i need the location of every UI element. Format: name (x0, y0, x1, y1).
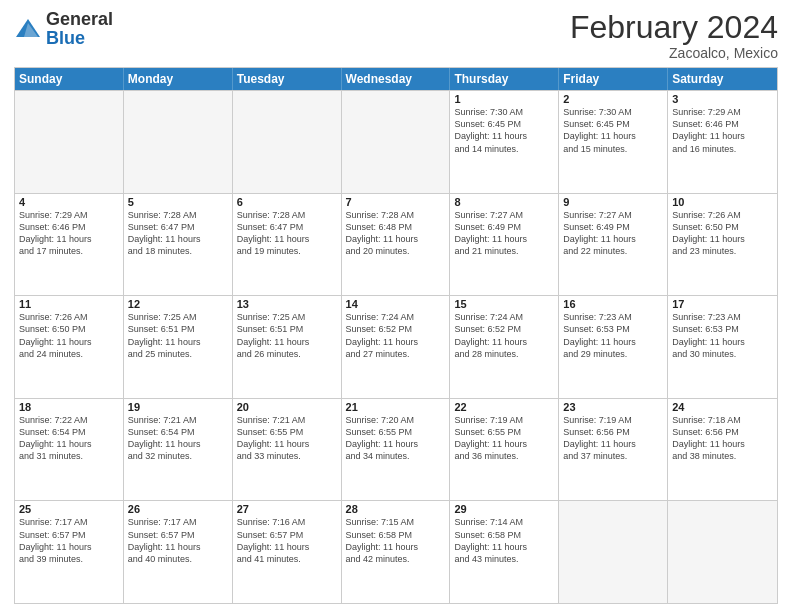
header-day-friday: Friday (559, 68, 668, 90)
daylight-hours: Sunrise: 7:17 AM Sunset: 6:57 PM Dayligh… (19, 516, 119, 565)
day-number: 6 (237, 196, 337, 208)
daylight-hours: Sunrise: 7:25 AM Sunset: 6:51 PM Dayligh… (237, 311, 337, 360)
day-cell-28: 28Sunrise: 7:15 AM Sunset: 6:58 PM Dayli… (342, 501, 451, 603)
day-number: 1 (454, 93, 554, 105)
day-number: 23 (563, 401, 663, 413)
day-cell-27: 27Sunrise: 7:16 AM Sunset: 6:57 PM Dayli… (233, 501, 342, 603)
day-number: 10 (672, 196, 773, 208)
day-number: 9 (563, 196, 663, 208)
day-number: 4 (19, 196, 119, 208)
daylight-hours: Sunrise: 7:22 AM Sunset: 6:54 PM Dayligh… (19, 414, 119, 463)
day-cell-1: 1Sunrise: 7:30 AM Sunset: 6:45 PM Daylig… (450, 91, 559, 193)
day-number: 27 (237, 503, 337, 515)
empty-cell (342, 91, 451, 193)
calendar-week-1: 1Sunrise: 7:30 AM Sunset: 6:45 PM Daylig… (15, 90, 777, 193)
day-cell-25: 25Sunrise: 7:17 AM Sunset: 6:57 PM Dayli… (15, 501, 124, 603)
daylight-hours: Sunrise: 7:21 AM Sunset: 6:54 PM Dayligh… (128, 414, 228, 463)
subtitle: Zacoalco, Mexico (570, 45, 778, 61)
day-number: 26 (128, 503, 228, 515)
header-day-monday: Monday (124, 68, 233, 90)
main-title: February 2024 (570, 10, 778, 45)
logo-text: General Blue (46, 10, 113, 48)
empty-cell (233, 91, 342, 193)
header-day-tuesday: Tuesday (233, 68, 342, 90)
daylight-hours: Sunrise: 7:28 AM Sunset: 6:47 PM Dayligh… (237, 209, 337, 258)
day-number: 11 (19, 298, 119, 310)
day-number: 7 (346, 196, 446, 208)
empty-cell (15, 91, 124, 193)
daylight-hours: Sunrise: 7:27 AM Sunset: 6:49 PM Dayligh… (563, 209, 663, 258)
day-cell-12: 12Sunrise: 7:25 AM Sunset: 6:51 PM Dayli… (124, 296, 233, 398)
day-number: 12 (128, 298, 228, 310)
empty-cell (559, 501, 668, 603)
header-day-thursday: Thursday (450, 68, 559, 90)
day-number: 13 (237, 298, 337, 310)
title-block: February 2024 Zacoalco, Mexico (570, 10, 778, 61)
day-cell-26: 26Sunrise: 7:17 AM Sunset: 6:57 PM Dayli… (124, 501, 233, 603)
day-cell-5: 5Sunrise: 7:28 AM Sunset: 6:47 PM Daylig… (124, 194, 233, 296)
calendar-body: 1Sunrise: 7:30 AM Sunset: 6:45 PM Daylig… (15, 90, 777, 603)
empty-cell (124, 91, 233, 193)
day-cell-3: 3Sunrise: 7:29 AM Sunset: 6:46 PM Daylig… (668, 91, 777, 193)
day-number: 21 (346, 401, 446, 413)
day-cell-17: 17Sunrise: 7:23 AM Sunset: 6:53 PM Dayli… (668, 296, 777, 398)
day-cell-9: 9Sunrise: 7:27 AM Sunset: 6:49 PM Daylig… (559, 194, 668, 296)
day-cell-8: 8Sunrise: 7:27 AM Sunset: 6:49 PM Daylig… (450, 194, 559, 296)
day-cell-14: 14Sunrise: 7:24 AM Sunset: 6:52 PM Dayli… (342, 296, 451, 398)
day-cell-13: 13Sunrise: 7:25 AM Sunset: 6:51 PM Dayli… (233, 296, 342, 398)
calendar-header: SundayMondayTuesdayWednesdayThursdayFrid… (15, 68, 777, 90)
day-cell-10: 10Sunrise: 7:26 AM Sunset: 6:50 PM Dayli… (668, 194, 777, 296)
day-number: 18 (19, 401, 119, 413)
daylight-hours: Sunrise: 7:27 AM Sunset: 6:49 PM Dayligh… (454, 209, 554, 258)
day-number: 17 (672, 298, 773, 310)
daylight-hours: Sunrise: 7:18 AM Sunset: 6:56 PM Dayligh… (672, 414, 773, 463)
daylight-hours: Sunrise: 7:19 AM Sunset: 6:56 PM Dayligh… (563, 414, 663, 463)
daylight-hours: Sunrise: 7:20 AM Sunset: 6:55 PM Dayligh… (346, 414, 446, 463)
daylight-hours: Sunrise: 7:24 AM Sunset: 6:52 PM Dayligh… (454, 311, 554, 360)
day-cell-19: 19Sunrise: 7:21 AM Sunset: 6:54 PM Dayli… (124, 399, 233, 501)
day-cell-11: 11Sunrise: 7:26 AM Sunset: 6:50 PM Dayli… (15, 296, 124, 398)
day-number: 14 (346, 298, 446, 310)
calendar-week-4: 18Sunrise: 7:22 AM Sunset: 6:54 PM Dayli… (15, 398, 777, 501)
day-cell-6: 6Sunrise: 7:28 AM Sunset: 6:47 PM Daylig… (233, 194, 342, 296)
empty-cell (668, 501, 777, 603)
day-number: 22 (454, 401, 554, 413)
daylight-hours: Sunrise: 7:28 AM Sunset: 6:48 PM Dayligh… (346, 209, 446, 258)
logo-general: General (46, 9, 113, 29)
header-day-saturday: Saturday (668, 68, 777, 90)
logo: General Blue (14, 10, 113, 48)
logo-blue: Blue (46, 28, 85, 48)
day-number: 3 (672, 93, 773, 105)
day-number: 29 (454, 503, 554, 515)
daylight-hours: Sunrise: 7:29 AM Sunset: 6:46 PM Dayligh… (19, 209, 119, 258)
day-cell-29: 29Sunrise: 7:14 AM Sunset: 6:58 PM Dayli… (450, 501, 559, 603)
day-number: 28 (346, 503, 446, 515)
day-number: 25 (19, 503, 119, 515)
day-cell-7: 7Sunrise: 7:28 AM Sunset: 6:48 PM Daylig… (342, 194, 451, 296)
day-number: 19 (128, 401, 228, 413)
day-number: 16 (563, 298, 663, 310)
daylight-hours: Sunrise: 7:23 AM Sunset: 6:53 PM Dayligh… (563, 311, 663, 360)
day-cell-4: 4Sunrise: 7:29 AM Sunset: 6:46 PM Daylig… (15, 194, 124, 296)
day-number: 2 (563, 93, 663, 105)
day-cell-2: 2Sunrise: 7:30 AM Sunset: 6:45 PM Daylig… (559, 91, 668, 193)
day-number: 8 (454, 196, 554, 208)
day-cell-22: 22Sunrise: 7:19 AM Sunset: 6:55 PM Dayli… (450, 399, 559, 501)
logo-icon (14, 15, 42, 43)
daylight-hours: Sunrise: 7:19 AM Sunset: 6:55 PM Dayligh… (454, 414, 554, 463)
daylight-hours: Sunrise: 7:24 AM Sunset: 6:52 PM Dayligh… (346, 311, 446, 360)
header-day-sunday: Sunday (15, 68, 124, 90)
daylight-hours: Sunrise: 7:17 AM Sunset: 6:57 PM Dayligh… (128, 516, 228, 565)
header: General Blue February 2024 Zacoalco, Mex… (14, 10, 778, 61)
day-number: 24 (672, 401, 773, 413)
day-number: 20 (237, 401, 337, 413)
daylight-hours: Sunrise: 7:30 AM Sunset: 6:45 PM Dayligh… (563, 106, 663, 155)
day-cell-16: 16Sunrise: 7:23 AM Sunset: 6:53 PM Dayli… (559, 296, 668, 398)
calendar-week-2: 4Sunrise: 7:29 AM Sunset: 6:46 PM Daylig… (15, 193, 777, 296)
day-cell-18: 18Sunrise: 7:22 AM Sunset: 6:54 PM Dayli… (15, 399, 124, 501)
daylight-hours: Sunrise: 7:26 AM Sunset: 6:50 PM Dayligh… (672, 209, 773, 258)
day-cell-21: 21Sunrise: 7:20 AM Sunset: 6:55 PM Dayli… (342, 399, 451, 501)
daylight-hours: Sunrise: 7:16 AM Sunset: 6:57 PM Dayligh… (237, 516, 337, 565)
header-day-wednesday: Wednesday (342, 68, 451, 90)
daylight-hours: Sunrise: 7:30 AM Sunset: 6:45 PM Dayligh… (454, 106, 554, 155)
